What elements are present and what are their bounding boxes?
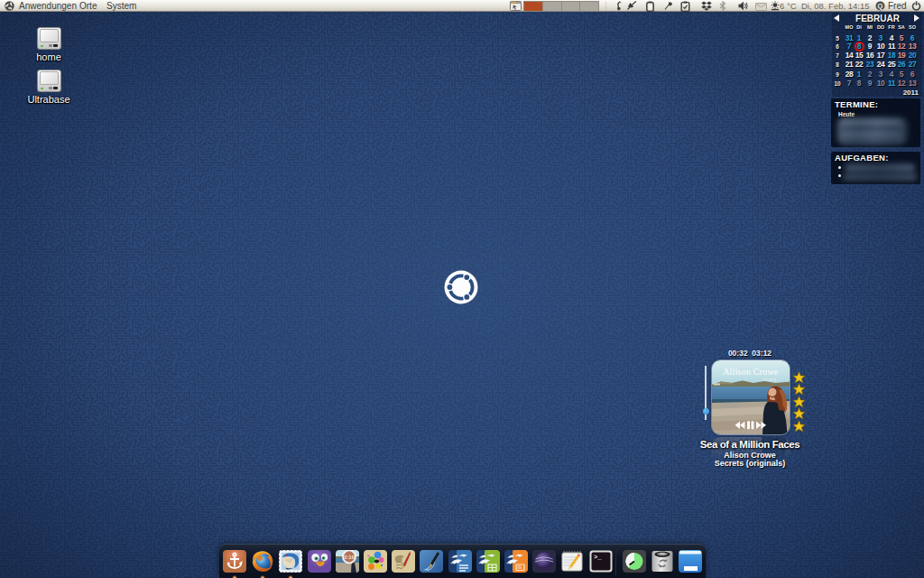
svg-text:>_: >_ (594, 554, 602, 561)
svg-text:Allison Crowe: Allison Crowe (723, 367, 779, 377)
svg-text:SECRETS: SECRETS (763, 378, 777, 382)
svg-text:2:10: 2:10 (344, 555, 356, 560)
svg-text:Q: Q (878, 2, 883, 10)
